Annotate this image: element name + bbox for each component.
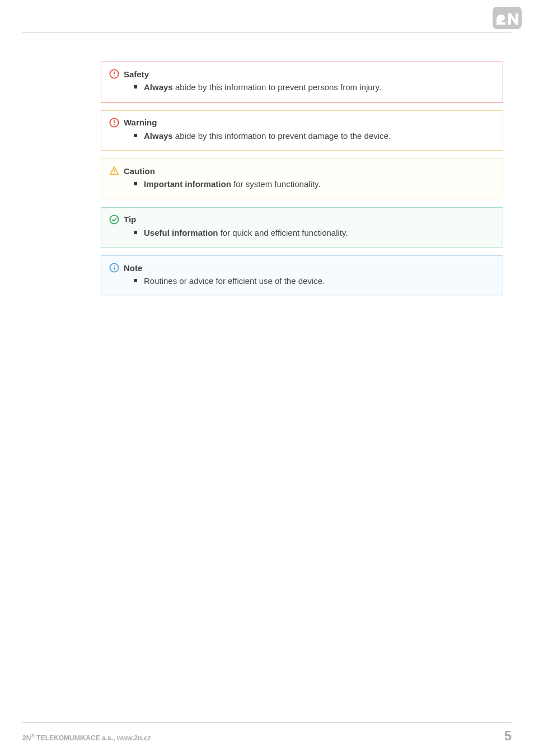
panel-title: Warning	[124, 118, 157, 127]
svg-rect-12	[114, 265, 115, 267]
panel-header: Caution	[109, 166, 495, 176]
list-item-strong: Always	[144, 82, 175, 92]
exclamation-circle-icon	[109, 118, 119, 128]
panel-body-list: Always abide by this information to prev…	[134, 81, 495, 94]
panel-body-list: Routines or advice for efficient use of …	[134, 275, 495, 288]
list-item-text: for system functionality.	[231, 179, 321, 189]
panel-header: Warning	[109, 118, 495, 128]
panel-header: Safety	[109, 69, 495, 79]
panel-title: Safety	[124, 69, 149, 79]
list-item-strong: Always	[144, 131, 173, 141]
svg-rect-8	[114, 172, 115, 174]
panel-title: Tip	[124, 214, 136, 224]
panel-warning: Warning Always abide by this information…	[101, 110, 503, 151]
svg-point-9	[110, 215, 118, 223]
list-item: Always abide by this information to prev…	[134, 130, 495, 143]
list-item-text: for quick and efficient functionality.	[218, 228, 348, 237]
page-number: 5	[504, 728, 512, 744]
warning-triangle-icon	[109, 166, 119, 176]
list-item: Always abide by this information to prev…	[134, 81, 495, 94]
list-item: Important information for system functio…	[134, 178, 495, 191]
footer-registered-mark: ®	[31, 733, 35, 739]
svg-rect-3	[114, 76, 115, 77]
svg-rect-5	[114, 120, 115, 123]
footer: 2N® TELEKOMUNIKACE a.s., www.2n.cz 5	[22, 728, 512, 744]
panel-body-list: Useful information for quick and efficie…	[134, 227, 495, 240]
panel-tip: Tip Useful information for quick and eff…	[101, 207, 503, 248]
footer-prefix: 2N	[22, 734, 31, 742]
footer-company-text: TELEKOMUNIKACE a.s., www.2n.cz	[35, 734, 151, 742]
info-circle-icon	[109, 263, 119, 273]
list-item-strong: Important information	[144, 179, 231, 189]
panel-safety: Safety Always abide by this information …	[101, 62, 503, 102]
list-item-text: abide by this information to prevent per…	[175, 82, 381, 92]
list-item-text: abide by this information to prevent dam…	[173, 131, 391, 141]
svg-rect-7	[114, 169, 115, 172]
content-area: Safety Always abide by this information …	[101, 62, 503, 304]
page: Safety Always abide by this information …	[0, 0, 534, 756]
brand-logo-icon	[493, 7, 522, 29]
panel-header: Note	[109, 263, 495, 273]
panel-title: Caution	[124, 166, 155, 176]
list-item-strong: Useful information	[144, 228, 218, 237]
brand-logo	[493, 7, 522, 29]
check-circle-icon	[109, 214, 119, 225]
panel-header: Tip	[109, 214, 495, 225]
exclamation-circle-icon	[109, 69, 119, 79]
panel-body-list: Always abide by this information to prev…	[134, 130, 495, 143]
panel-title: Note	[124, 263, 142, 273]
svg-rect-11	[114, 267, 115, 270]
panel-note: Note Routines or advice for efficient us…	[101, 255, 503, 296]
svg-rect-6	[114, 124, 115, 125]
panel-caution: Caution Important information for system…	[101, 158, 503, 199]
svg-rect-2	[114, 72, 115, 74]
footer-divider	[22, 722, 512, 723]
panel-body-list: Important information for system functio…	[134, 178, 495, 191]
list-item-text: Routines or advice for efficient use of …	[144, 276, 325, 286]
list-item: Routines or advice for efficient use of …	[134, 275, 495, 288]
list-item: Useful information for quick and efficie…	[134, 227, 495, 240]
footer-company: 2N® TELEKOMUNIKACE a.s., www.2n.cz	[22, 733, 151, 742]
header-divider	[22, 32, 512, 33]
